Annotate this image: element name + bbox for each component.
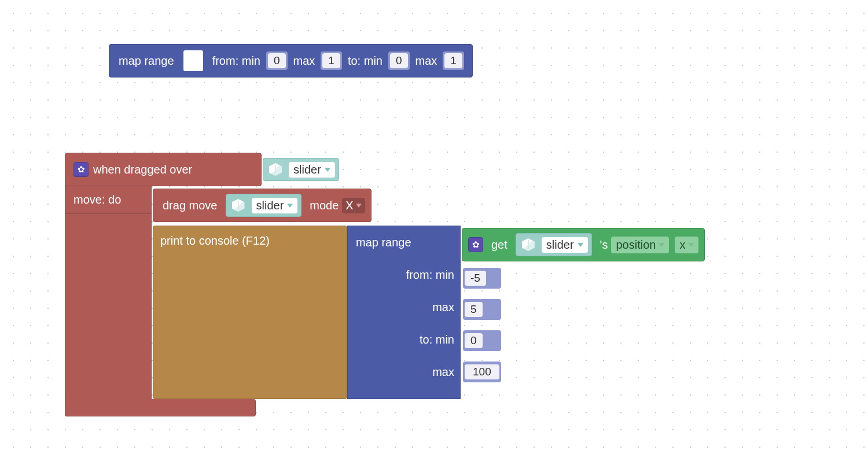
to-min-label: to: min	[348, 54, 382, 68]
drag-move-label: drag move	[163, 199, 218, 212]
drag-move-object-dropdown[interactable]: slider	[252, 198, 298, 213]
mode-label: mode	[310, 199, 339, 212]
to-max-socket[interactable]: 1	[443, 51, 464, 70]
m2-from-min-socket[interactable]: -5	[463, 268, 501, 289]
cube-icon	[522, 238, 535, 251]
chevron-down-icon	[659, 243, 664, 247]
m2-to-max-socket[interactable]: 100	[463, 362, 501, 382]
from-min-socket[interactable]: 0	[266, 51, 288, 70]
m2-from-max-value[interactable]: 5	[465, 302, 483, 317]
print-to-console-block[interactable]: print to console (F12)	[153, 226, 347, 399]
to-min-socket[interactable]: 0	[388, 51, 410, 70]
hat-object-value: slider	[293, 163, 321, 176]
get-property-block[interactable]: ✿ get slider 's position x	[462, 228, 705, 261]
gear-icon[interactable]: ✿	[468, 237, 483, 252]
when-dragged-over-block[interactable]: ✿ when dragged over	[65, 153, 262, 186]
from-min-value[interactable]: 0	[268, 53, 286, 68]
apostrophe-s: 's	[600, 238, 608, 252]
hat-body-bar	[65, 185, 152, 416]
chevron-down-icon	[287, 204, 293, 208]
from-max-socket[interactable]: 1	[321, 51, 342, 70]
cube-icon	[232, 199, 245, 212]
chevron-down-icon	[356, 204, 362, 208]
from-max-label: max	[293, 54, 315, 68]
m2-to-max-label: max	[348, 356, 460, 388]
m2-to-min-label: to: min	[348, 323, 460, 356]
drag-move-object-value: slider	[256, 199, 284, 212]
chevron-down-icon	[578, 243, 583, 247]
mode-dropdown[interactable]: X	[342, 198, 365, 213]
to-max-label: max	[415, 54, 437, 68]
map-range-label: map range	[119, 54, 174, 68]
from-max-value[interactable]: 1	[322, 53, 340, 68]
m2-from-max-label: max	[348, 291, 460, 323]
axis-value: x	[679, 238, 685, 252]
print-label: print to console (F12)	[160, 234, 270, 248]
hat-object-dropdown[interactable]: slider	[289, 162, 335, 178]
chevron-down-icon	[688, 243, 694, 247]
hat-object-arg[interactable]: slider	[263, 154, 339, 185]
to-max-value[interactable]: 1	[444, 53, 462, 68]
cube-icon	[269, 163, 282, 176]
m2-from-min-value[interactable]: -5	[465, 271, 486, 286]
hat-title: when dragged over	[93, 163, 192, 176]
map-range-name: map range	[348, 226, 460, 259]
mode-value: X	[345, 199, 353, 212]
from-min-label: from: min	[212, 54, 260, 68]
m2-to-min-socket[interactable]: 0	[463, 330, 501, 351]
axis-dropdown[interactable]: x	[675, 237, 698, 253]
map-range-block-nested[interactable]: map range from: min max to: min max	[347, 226, 461, 399]
property-dropdown[interactable]: position	[611, 237, 669, 253]
move-do-label: move: do	[73, 193, 121, 206]
hat-bottom-lip	[65, 399, 256, 416]
move-do-label-row: move: do	[65, 186, 152, 214]
empty-value-slot[interactable]	[183, 50, 203, 71]
gear-icon[interactable]: ✿	[73, 162, 89, 177]
map-range-block-top[interactable]: map range from: min 0 max 1 to: min 0 ma…	[109, 44, 473, 78]
getter-object-dropdown[interactable]: slider	[542, 237, 588, 253]
drag-move-block[interactable]: drag move slider mode X	[153, 189, 372, 222]
to-min-value[interactable]: 0	[390, 53, 408, 68]
m2-to-max-value[interactable]: 100	[465, 364, 499, 379]
m2-to-min-value[interactable]: 0	[465, 333, 483, 348]
get-label: get	[491, 238, 507, 252]
getter-object-value: slider	[546, 238, 574, 252]
m2-from-min-label: from: min	[348, 259, 460, 291]
property-value: position	[616, 238, 656, 252]
chevron-down-icon	[325, 168, 330, 172]
m2-from-max-socket[interactable]: 5	[463, 299, 501, 320]
